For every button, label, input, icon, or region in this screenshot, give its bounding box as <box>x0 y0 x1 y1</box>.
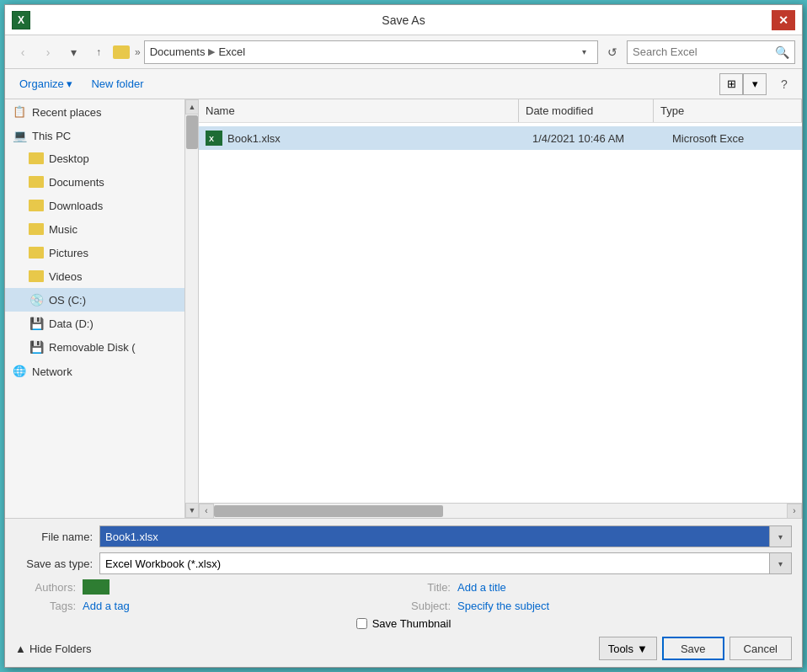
view-list-button[interactable]: ⊞ <box>719 73 743 95</box>
save-type-row: Save as type: ▾ <box>15 552 792 574</box>
col-header-date[interactable]: Date modified <box>519 99 654 122</box>
help-icon: ? <box>781 77 788 91</box>
recent-places-label: Recent places <box>32 106 101 119</box>
save-type-dropdown[interactable]: ▾ <box>770 552 792 574</box>
this-pc-icon: 💻 <box>12 130 27 141</box>
main-content: 📋 Recent places 💻 This PC Desktop Docume… <box>5 99 802 518</box>
scroll-left-button[interactable]: ‹ <box>199 504 214 519</box>
back-button[interactable]: ‹ <box>12 41 34 63</box>
save-thumbnail-checkbox[interactable] <box>356 618 367 629</box>
file-name-row: File name: ▾ <box>15 525 792 547</box>
hide-folders-button[interactable]: ▲ Hide Folders <box>15 643 92 655</box>
sidebar-item-videos[interactable]: Videos <box>5 264 198 288</box>
forward-icon: › <box>46 45 51 59</box>
title-section: Title: Add a title <box>407 581 792 594</box>
sidebar-scroll-down[interactable]: ▼ <box>185 503 199 518</box>
sidebar-scroll-up[interactable]: ▲ <box>185 99 199 115</box>
sidebar-item-downloads[interactable]: Downloads <box>5 194 198 217</box>
search-icon: 🔍 <box>775 45 789 59</box>
col-header-name[interactable]: Name <box>199 99 519 122</box>
sidebar-label-videos: Videos <box>49 270 83 283</box>
dropdown-arrow-button[interactable]: ▾ <box>62 41 84 63</box>
breadcrumb-arrow: ▶ <box>208 46 215 57</box>
hide-folders-label: Hide Folders <box>29 643 92 655</box>
close-button[interactable]: ✕ <box>772 10 795 30</box>
folder-icon-small <box>113 45 130 59</box>
sidebar-item-documents[interactable]: Documents <box>5 170 198 194</box>
refresh-button[interactable]: ↺ <box>601 41 623 63</box>
sidebar-item-os-c[interactable]: 💿 OS (C:) <box>5 288 198 312</box>
forward-button[interactable]: › <box>37 41 59 63</box>
save-type-label: Save as type: <box>15 557 99 570</box>
col-header-type[interactable]: Type <box>654 99 802 122</box>
subject-value[interactable]: Specify the subject <box>457 600 549 612</box>
title-bar-left: X <box>12 11 30 29</box>
this-pc-label: This PC <box>32 130 71 142</box>
view-dropdown-button[interactable]: ▾ <box>743 73 767 95</box>
sidebar-item-removable[interactable]: 💾 Removable Disk ( <box>5 335 198 359</box>
help-button[interactable]: ? <box>773 73 795 95</box>
file-type: Microsoft Exce <box>672 132 795 145</box>
drive-icon-c: 💿 <box>29 294 44 306</box>
file-name-input[interactable] <box>99 525 770 547</box>
search-box[interactable]: 🔍 <box>627 40 795 64</box>
file-list-header: Name Date modified Type <box>199 99 802 123</box>
up-button[interactable]: ↑ <box>88 41 110 63</box>
sidebar-label-downloads: Downloads <box>49 200 103 212</box>
address-bar[interactable]: Documents ▶ Excel ▾ <box>144 40 598 64</box>
view-toggle: ⊞ ▾ <box>719 73 767 95</box>
file-date: 1/4/2021 10:46 AM <box>532 132 667 145</box>
folder-icon-videos <box>29 270 44 282</box>
sidebar-item-this-pc[interactable]: 💻 This PC <box>5 123 198 147</box>
sidebar-item-music[interactable]: Music <box>5 217 198 241</box>
sidebar-item-desktop[interactable]: Desktop <box>5 147 198 170</box>
new-folder-label: New folder <box>91 77 143 90</box>
save-button[interactable]: Save <box>662 637 724 660</box>
subject-section: Subject: Specify the subject <box>407 600 792 612</box>
new-folder-button[interactable]: New folder <box>83 74 151 93</box>
sidebar-label-data-d: Data (D:) <box>49 317 94 330</box>
sidebar-item-network[interactable]: 🌐 Network <box>5 359 198 382</box>
scroll-track <box>214 504 787 519</box>
drive-icon-d: 💾 <box>29 317 44 329</box>
sidebar-label-os-c: OS (C:) <box>49 294 86 307</box>
action-toolbar: Organize ▾ New folder ⊞ ▾ ? <box>5 69 802 99</box>
breadcrumb-excel: Excel <box>218 45 245 58</box>
horizontal-scrollbar[interactable]: ‹ › <box>199 503 802 518</box>
scroll-thumb <box>214 505 443 517</box>
excel-app-icon: X <box>12 11 30 29</box>
subject-label: Subject: <box>407 600 457 612</box>
view-icon: ⊞ <box>727 77 736 90</box>
file-name-dropdown[interactable]: ▾ <box>770 525 792 547</box>
footer-buttons: Tools ▼ Save Cancel <box>599 637 792 660</box>
bottom-section: File name: ▾ Save as type: ▾ Authors: Ti… <box>5 518 802 667</box>
tags-subject-row: Tags: Add a tag Subject: Specify the sub… <box>15 600 792 612</box>
sidebar-item-pictures[interactable]: Pictures <box>5 241 198 264</box>
file-name-label: File name: <box>15 531 99 543</box>
sidebar-item-recent-places[interactable]: 📋 Recent places <box>5 99 198 123</box>
search-input[interactable] <box>633 45 775 58</box>
save-type-input-wrapper: ▾ <box>99 552 792 574</box>
save-type-input[interactable] <box>99 552 770 574</box>
save-as-dialog: X Save As ✕ ‹ › ▾ ↑ » Documents ▶ Excel … <box>4 4 803 668</box>
scroll-right-button[interactable]: › <box>787 504 802 519</box>
table-row[interactable]: X Book1.xlsx 1/4/2021 10:46 AM Microsoft… <box>199 126 802 150</box>
sidebar-scrollbar[interactable]: ▲ ▼ <box>184 99 198 518</box>
cancel-button[interactable]: Cancel <box>730 637 792 660</box>
address-dropdown-button[interactable]: ▾ <box>575 47 592 56</box>
drive-icon-removable: 💾 <box>29 341 44 353</box>
network-icon: 🌐 <box>12 365 27 377</box>
sidebar-label-pictures: Pictures <box>49 247 88 259</box>
folder-icon-music <box>29 223 44 235</box>
title-value[interactable]: Add a title <box>457 581 506 594</box>
organize-button[interactable]: Organize ▾ <box>12 74 80 93</box>
save-thumbnail-label[interactable]: Save Thumbnail <box>372 617 452 630</box>
sidebar-item-data-d[interactable]: 💾 Data (D:) <box>5 312 198 335</box>
tags-section: Tags: Add a tag <box>15 600 400 612</box>
view-dropdown-icon: ▾ <box>752 77 758 90</box>
tags-value[interactable]: Add a tag <box>83 600 130 612</box>
collapse-icon: ▲ <box>15 643 26 655</box>
sidebar-label-documents: Documents <box>49 176 104 189</box>
tools-button[interactable]: Tools ▼ <box>599 637 657 660</box>
folder-icon-pictures <box>29 247 44 259</box>
